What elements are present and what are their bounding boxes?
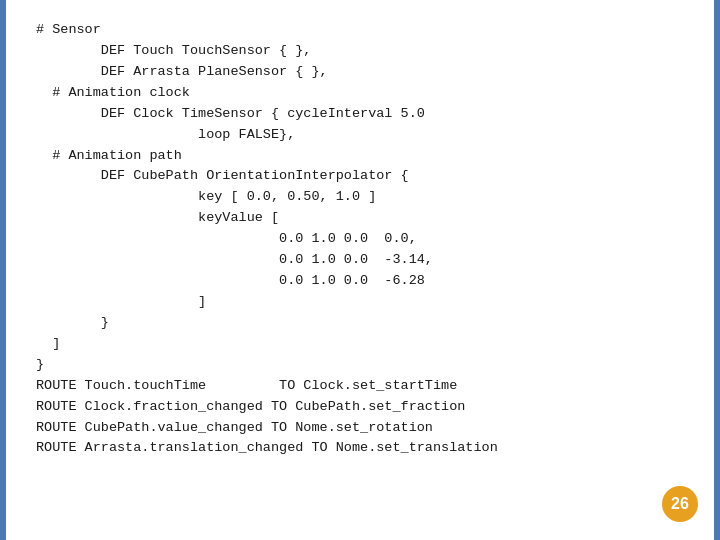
code-block: # Sensor DEF Touch TouchSensor { }, DEF …	[36, 20, 684, 459]
slide: # Sensor DEF Touch TouchSensor { }, DEF …	[0, 0, 720, 540]
page-number: 26	[662, 486, 698, 522]
content-area: # Sensor DEF Touch TouchSensor { }, DEF …	[6, 0, 714, 540]
